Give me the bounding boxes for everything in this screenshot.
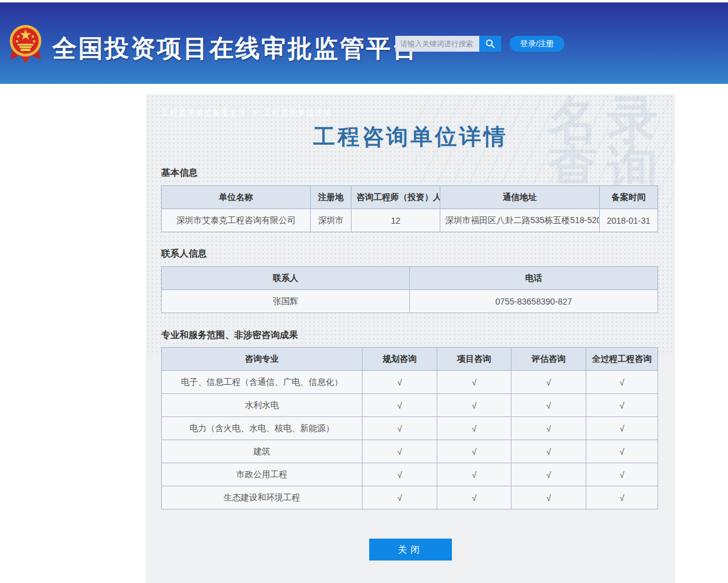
checkmark-cell: √ (437, 440, 511, 463)
checkmark-cell: √ (586, 440, 658, 463)
checkmark-cell: √ (586, 463, 658, 486)
page-title: 工程咨询单位详情 (146, 122, 675, 152)
table-header-cell: 通信地址 (440, 186, 600, 209)
search-button[interactable] (479, 36, 501, 52)
site-title: 全国投资项目在线审批监管平台 (52, 32, 418, 65)
contact-section-title: 联系人信息 (161, 248, 207, 260)
breadcrumb-current: 工程咨询单位详情 (263, 108, 331, 117)
close-button[interactable]: 关闭 (369, 539, 452, 561)
checkmark-cell: √ (437, 486, 511, 509)
table-header-cell: 备案时间 (600, 186, 658, 209)
checkmark-cell: √ (437, 394, 511, 417)
table-row: 市政公用工程 √ √ √ √ (162, 463, 658, 486)
checkmark-cell: √ (362, 417, 437, 440)
table-header-cell: 咨询专业 (162, 348, 362, 371)
checkmark-cell: √ (586, 371, 658, 394)
register-place-cell: 深圳市 (311, 209, 352, 232)
checkmark-cell: √ (362, 440, 437, 463)
table-header-cell: 电话 (410, 267, 658, 290)
specialty-name-cell: 建筑 (162, 440, 362, 463)
unit-name-cell: 深圳市艾泰克工程咨询有限公司 (162, 209, 311, 232)
table-header-cell: 单位名称 (162, 186, 311, 209)
specialty-name-cell: 生态建设和环境工程 (162, 486, 362, 509)
breadcrumb: 工程咨询单位备案名录 > 工程咨询单位详情 (161, 108, 331, 119)
table-row: 建筑 √ √ √ √ (162, 440, 658, 463)
table-header-row: 单位名称 注册地 咨询工程师（投资）人数 通信地址 备案时间 (162, 186, 658, 209)
engineer-count-cell: 12 (352, 209, 440, 232)
checkmark-cell: √ (586, 486, 658, 509)
table-header-cell: 联系人 (162, 267, 410, 290)
content-panel: 名录 查询 工程咨询单位备案名录 > 工程咨询单位详情 工程咨询单位详情 基本信… (146, 94, 675, 583)
table-header-row: 联系人 电话 (162, 267, 658, 290)
search-icon (485, 39, 495, 49)
national-emblem-icon (9, 24, 42, 64)
checkmark-cell: √ (437, 371, 511, 394)
table-header-row: 咨询专业 规划咨询 项目咨询 评估咨询 全过程工程咨询 (162, 348, 658, 371)
table-row: 张国辉 0755-83658390-827 (162, 290, 658, 313)
breadcrumb-parent[interactable]: 工程咨询单位备案名录 (161, 108, 246, 117)
checkmark-cell: √ (511, 371, 586, 394)
address-cell: 深圳市福田区八卦二路535栋五楼518-520房 (440, 209, 600, 232)
checkmark-cell: √ (437, 417, 511, 440)
table-header-cell: 咨询工程师（投资）人数 (352, 186, 440, 209)
table-row: 电力（含火电、水电、核电、新能源） √ √ √ √ (162, 417, 658, 440)
table-row: 水利水电 √ √ √ √ (162, 394, 658, 417)
search-input[interactable] (395, 36, 479, 52)
checkmark-cell: √ (586, 394, 658, 417)
login-register-button[interactable]: 登录/注册 (510, 36, 564, 52)
specialty-name-cell: 电子、信息工程（含通信、广电、信息化） (162, 371, 362, 394)
table-row: 深圳市艾泰克工程咨询有限公司 深圳市 12 深圳市福田区八卦二路535栋五楼51… (162, 209, 658, 232)
record-date-cell: 2018-01-31 (600, 209, 658, 232)
checkmark-cell: √ (362, 371, 437, 394)
checkmark-cell: √ (511, 440, 586, 463)
breadcrumb-separator: > (252, 108, 257, 117)
services-section-title: 专业和服务范围、非涉密咨询成果 (161, 329, 298, 341)
table-row: 电子、信息工程（含通信、广电、信息化） √ √ √ √ (162, 371, 658, 394)
contact-table: 联系人 电话 张国辉 0755-83658390-827 (161, 266, 658, 313)
checkmark-cell: √ (362, 486, 437, 509)
checkmark-cell: √ (511, 417, 586, 440)
table-header-cell: 规划咨询 (362, 348, 437, 371)
table-header-cell: 项目咨询 (437, 348, 511, 371)
checkmark-cell: √ (586, 417, 658, 440)
services-table: 咨询专业 规划咨询 项目咨询 评估咨询 全过程工程咨询 电子、信息工程（含通信、… (161, 347, 658, 509)
site-header: 全国投资项目在线审批监管平台 登录/注册 (0, 2, 728, 84)
table-row: 生态建设和环境工程 √ √ √ √ (162, 486, 658, 509)
contact-phone-cell: 0755-83658390-827 (410, 290, 658, 313)
checkmark-cell: √ (362, 463, 437, 486)
checkmark-cell: √ (511, 394, 586, 417)
contact-name-cell: 张国辉 (162, 290, 410, 313)
table-header-cell: 评估咨询 (511, 348, 586, 371)
search-box (395, 36, 501, 52)
basic-info-section-title: 基本信息 (161, 167, 198, 179)
table-header-cell: 注册地 (311, 186, 352, 209)
table-header-cell: 全过程工程咨询 (586, 348, 658, 371)
basic-info-table: 单位名称 注册地 咨询工程师（投资）人数 通信地址 备案时间 深圳市艾泰克工程咨… (161, 185, 658, 232)
checkmark-cell: √ (511, 463, 586, 486)
specialty-name-cell: 水利水电 (162, 394, 362, 417)
checkmark-cell: √ (362, 394, 437, 417)
specialty-name-cell: 市政公用工程 (162, 463, 362, 486)
checkmark-cell: √ (511, 486, 586, 509)
specialty-name-cell: 电力（含火电、水电、核电、新能源） (162, 417, 362, 440)
checkmark-cell: √ (437, 463, 511, 486)
